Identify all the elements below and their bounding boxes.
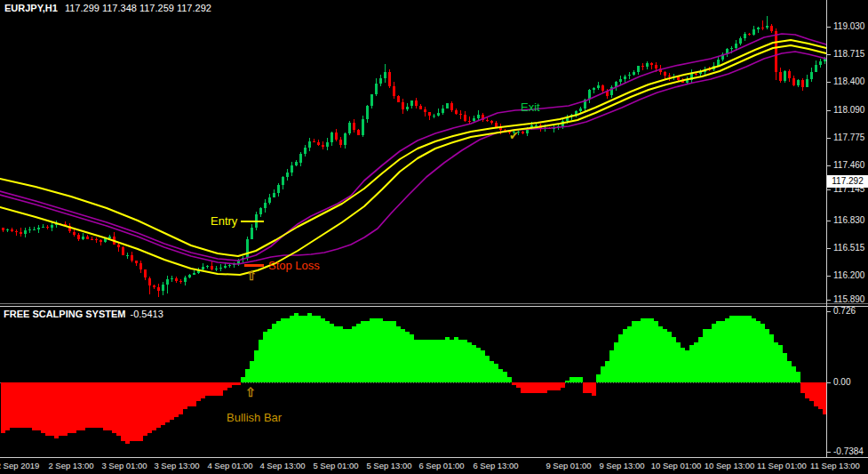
candle-body — [322, 145, 324, 147]
histogram-bar — [378, 318, 383, 382]
histogram-bar — [187, 382, 192, 406]
histogram-bar — [805, 382, 809, 398]
histogram-bar — [170, 382, 174, 420]
histogram-bar — [725, 318, 729, 382]
histogram-bar — [503, 372, 507, 382]
axis-tick-label: 116.830 — [833, 216, 864, 225]
histogram-bar — [281, 318, 285, 382]
entry-price-line[interactable] — [241, 221, 264, 222]
stop-loss-price-line[interactable] — [244, 264, 264, 267]
histogram-bar — [10, 382, 14, 428]
candle-body — [317, 142, 320, 145]
histogram-bar — [174, 382, 179, 417]
candle-body — [11, 229, 13, 231]
histogram-bar — [99, 382, 103, 428]
histogram-bar — [392, 321, 396, 382]
candle-body — [95, 239, 98, 240]
histogram-bar — [787, 361, 792, 382]
bullish-bar-label[interactable]: Bullish Bar — [227, 411, 282, 424]
histogram-bar — [223, 382, 227, 390]
candle-body — [268, 197, 271, 203]
histogram-bar — [760, 324, 765, 382]
bullish-bar-arrow-icon[interactable]: ⇧ — [245, 385, 256, 399]
histogram-bar — [769, 334, 774, 382]
histogram-bar — [68, 382, 72, 433]
histogram-bar — [201, 382, 205, 398]
exit-check-icon[interactable]: ✔ — [509, 129, 519, 142]
entry-label[interactable]: Entry — [211, 214, 237, 228]
axis-tick-mark — [827, 138, 831, 139]
candle-body — [753, 29, 755, 35]
histogram-bar — [512, 382, 516, 385]
histogram-bar — [481, 350, 485, 382]
histogram-bar — [569, 377, 574, 382]
candle-body — [2, 228, 4, 230]
panel-separator-highlight — [0, 306, 868, 307]
candle-body — [264, 203, 267, 208]
candle-body — [473, 118, 475, 121]
candle-body — [362, 119, 364, 135]
candle-body — [588, 90, 591, 100]
price-chart-canvas[interactable] — [0, 0, 827, 303]
histogram-bar — [663, 329, 667, 382]
histogram-bar — [267, 329, 272, 382]
candle-body — [628, 75, 631, 76]
candle-body — [126, 255, 129, 256]
exit-label[interactable]: Exit — [521, 100, 540, 114]
histogram-bar — [507, 377, 512, 382]
indicator-chart-canvas[interactable] — [0, 308, 827, 457]
histogram-bar — [814, 382, 818, 406]
time-axis[interactable]: 2 Sep 20192 Sep 13:003 Sep 01:003 Sep 13… — [0, 458, 868, 474]
axis-tick-mark — [827, 248, 831, 249]
histogram-bar — [498, 369, 503, 382]
indicator-value: -0.5413 — [131, 309, 163, 319]
histogram-bar — [543, 382, 547, 393]
candle-body — [477, 115, 480, 118]
histogram-bar — [525, 382, 530, 393]
histogram-bar — [383, 321, 387, 382]
candle-body — [788, 71, 791, 77]
histogram-bar — [370, 318, 374, 382]
histogram-bar — [410, 334, 414, 382]
histogram-bar — [81, 382, 85, 430]
histogram-bar — [649, 318, 654, 382]
time-tick-label: 6 Sep 13:00 — [458, 461, 533, 470]
histogram-bar — [467, 342, 472, 382]
candle-body — [299, 154, 302, 163]
histogram-bar — [445, 337, 450, 382]
histogram-bar — [423, 340, 427, 382]
buy-arrow-icon[interactable]: ⇧ — [246, 269, 257, 283]
price-axis[interactable]: 119.030118.715118.400118.090117.775117.4… — [827, 0, 868, 457]
candle-body — [211, 266, 213, 269]
histogram-bar — [112, 382, 116, 433]
histogram-bar — [552, 382, 556, 390]
candle-body — [117, 245, 120, 248]
histogram-bar — [259, 340, 263, 382]
candle-body — [193, 273, 195, 275]
axis-tick-label: 0.00 — [833, 378, 850, 387]
histogram-bar — [565, 381, 569, 382]
histogram-bar — [547, 382, 552, 390]
candle-body — [42, 227, 44, 228]
stop-loss-label[interactable]: Stop Loss — [268, 259, 320, 272]
candle-body — [171, 278, 173, 279]
candle-body — [744, 34, 746, 38]
candle-body — [650, 63, 653, 65]
candle-body — [82, 237, 84, 238]
histogram-bar — [125, 382, 130, 444]
candle-body — [277, 185, 280, 193]
histogram-bar — [583, 382, 587, 393]
candle-body — [668, 76, 671, 77]
candle-body — [166, 279, 169, 285]
histogram-bar — [294, 313, 299, 382]
candle-body — [215, 269, 218, 269]
candle-body — [286, 173, 289, 177]
candle-body — [148, 278, 151, 285]
candle-body — [468, 121, 471, 122]
band-upper-line — [0, 34, 826, 261]
histogram-bar — [23, 382, 28, 428]
candle-wick — [669, 73, 670, 81]
candle-body — [459, 114, 462, 115]
band-lower-line — [0, 52, 826, 264]
histogram-bar — [290, 316, 294, 382]
